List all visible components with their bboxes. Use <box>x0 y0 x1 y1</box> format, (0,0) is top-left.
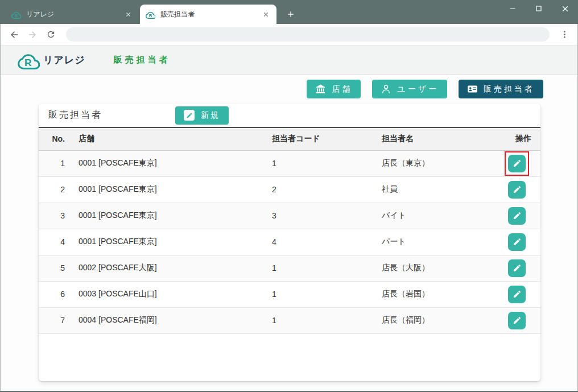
nav-button-label: 販売担当者 <box>484 84 535 94</box>
browser-titlebar: R リアレジ R 販売担当者 <box>0 0 578 24</box>
cell-code: 1 <box>272 281 382 307</box>
tab-close-icon[interactable] <box>123 10 133 19</box>
user-icon <box>381 84 391 94</box>
table-row: 3 0001 [POSCAFE東京] 3 バイト <box>39 203 540 229</box>
column-header-staff-name: 担当者名 <box>382 128 492 150</box>
kebab-menu-icon[interactable] <box>558 27 571 42</box>
cell-code: 2 <box>272 176 382 203</box>
window-controls <box>499 0 578 17</box>
new-record-button[interactable]: 新規 <box>175 106 229 125</box>
logo-text: リアレジ <box>43 53 85 67</box>
cloud-logo-icon: R <box>17 51 40 69</box>
cell-no: 6 <box>39 281 68 307</box>
minimize-button[interactable] <box>499 0 526 17</box>
cell-no: 7 <box>39 307 68 333</box>
cell-no: 2 <box>39 176 68 203</box>
cell-code: 3 <box>272 203 382 229</box>
nav-button-store[interactable]: 店舗 <box>307 80 361 98</box>
cell-operations <box>492 203 540 229</box>
nav-button-user[interactable]: ユーザー <box>372 80 447 98</box>
new-tab-button[interactable] <box>284 7 298 21</box>
browser-tab-sales-staff[interactable]: R 販売担当者 <box>140 5 276 24</box>
cell-operations <box>492 307 540 333</box>
cell-store: 0001 [POSCAFE東京] <box>68 229 272 255</box>
cell-name: 社員 <box>382 176 492 203</box>
forward-icon[interactable] <box>25 27 40 42</box>
back-icon[interactable] <box>7 27 22 42</box>
bank-icon <box>315 84 326 94</box>
panel-title: 販売担当者 <box>48 109 102 121</box>
id-card-icon <box>467 84 478 94</box>
browser-toolbar <box>0 24 578 46</box>
table-row: 5 0002 [POSCAFE大阪] 1 店長（大阪） <box>39 255 540 281</box>
cloud-logo-icon: R <box>11 10 21 19</box>
cell-store: 0002 [POSCAFE大阪] <box>68 255 272 281</box>
cell-store: 0001 [POSCAFE東京] <box>68 203 272 229</box>
cell-store: 0001 [POSCAFE東京] <box>68 176 272 203</box>
highlight-box <box>505 151 529 176</box>
pencil-icon <box>513 237 522 246</box>
cell-store: 0004 [POSCAFE福岡] <box>68 307 272 333</box>
cell-name: 店長（福岡） <box>382 307 492 333</box>
edit-row-button[interactable] <box>508 286 526 303</box>
cell-store: 0001 [POSCAFE東京] <box>68 150 272 176</box>
column-header-store: 店舗 <box>68 128 272 150</box>
cell-no: 5 <box>39 255 68 281</box>
table-row: 4 0001 [POSCAFE東京] 4 パート <box>39 229 540 255</box>
tab-close-icon[interactable] <box>261 10 271 19</box>
cell-name: 店長（大阪） <box>382 255 492 281</box>
edit-row-button[interactable] <box>508 312 526 329</box>
tab-title: リアレジ <box>26 10 123 19</box>
table-row: 6 0003 [POSCAFE山口] 1 店長（岩国） <box>39 281 540 307</box>
cell-code: 4 <box>272 229 382 255</box>
page-content: 店舗 ユーザー 販売担当者 販売担当者 新規 <box>0 75 578 381</box>
cloud-logo-icon: R <box>146 10 155 19</box>
cell-name: 店長（岩国） <box>382 281 492 307</box>
section-nav: 店舗 ユーザー 販売担当者 <box>0 80 578 98</box>
svg-text:R: R <box>15 13 18 18</box>
cell-store: 0003 [POSCAFE山口] <box>68 281 272 307</box>
sales-staff-table: No. 店舗 担当者コード 担当者名 操作 1 0001 [POSCAFE東京]… <box>39 128 540 334</box>
page-title: 販売担当者 <box>114 55 171 65</box>
maximize-button[interactable] <box>526 0 552 17</box>
address-input[interactable] <box>74 30 542 39</box>
browser-tab-rearegi[interactable]: R リアレジ <box>6 5 139 24</box>
sales-staff-panel: 販売担当者 新規 No. 店舗 担当者コード 担当者名 操作 <box>39 104 540 381</box>
pencil-icon <box>513 316 522 325</box>
edit-row-button[interactable] <box>508 233 526 251</box>
cell-operations <box>492 150 540 176</box>
panel-header: 販売担当者 新規 <box>39 104 540 128</box>
column-header-staff-code: 担当者コード <box>272 128 382 150</box>
column-header-no: No. <box>39 128 68 150</box>
app-logo[interactable]: R リアレジ <box>17 51 85 69</box>
table-row: 1 0001 [POSCAFE東京] 1 店長（東京） <box>39 150 540 176</box>
nav-button-sales-staff[interactable]: 販売担当者 <box>459 80 543 98</box>
address-bar[interactable] <box>66 27 550 42</box>
table-header-row: No. 店舗 担当者コード 担当者名 操作 <box>39 128 540 150</box>
cell-name: パート <box>382 229 492 255</box>
pencil-icon <box>513 290 522 299</box>
reload-icon[interactable] <box>43 27 58 42</box>
cell-name: バイト <box>382 203 492 229</box>
new-record-label: 新規 <box>201 110 220 121</box>
cell-code: 1 <box>272 255 382 281</box>
cell-operations <box>492 229 540 255</box>
edit-row-button[interactable] <box>508 181 526 199</box>
edit-row-button[interactable] <box>508 207 526 225</box>
pencil-icon <box>184 110 195 121</box>
cell-code: 1 <box>272 307 382 333</box>
edit-row-button[interactable] <box>508 259 526 277</box>
column-header-operations: 操作 <box>492 128 540 150</box>
cell-name: 店長（東京） <box>382 150 492 176</box>
edit-row-button[interactable] <box>508 155 526 172</box>
window-border-left <box>0 24 1 392</box>
table-row: 7 0004 [POSCAFE福岡] 1 店長（福岡） <box>39 307 540 333</box>
pencil-icon <box>513 263 522 273</box>
pencil-icon <box>513 159 522 168</box>
cell-no: 1 <box>39 150 68 176</box>
cell-operations <box>492 176 540 203</box>
pencil-icon <box>513 185 522 194</box>
app-header: R リアレジ 販売担当者 <box>0 46 578 75</box>
close-button[interactable] <box>552 0 578 17</box>
cell-no: 4 <box>39 229 68 255</box>
